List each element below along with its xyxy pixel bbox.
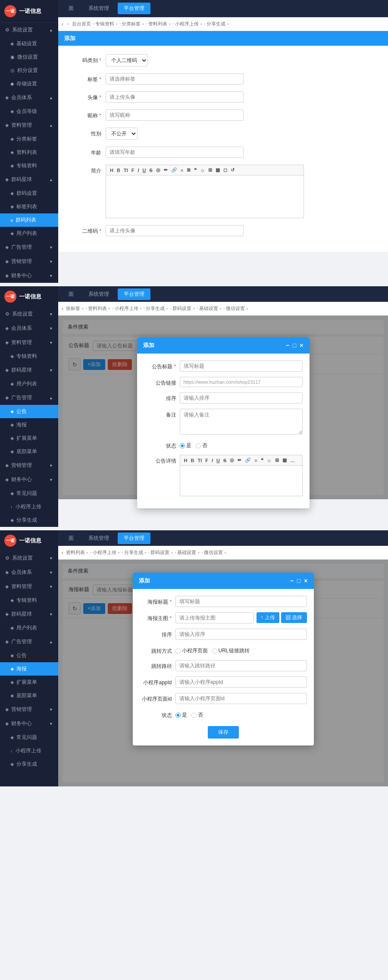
sidebar-item-album-1[interactable]: ◈专辑资料: [0, 159, 58, 172]
input-gender[interactable]: 不公开: [106, 128, 138, 140]
rte2-b[interactable]: B: [189, 457, 196, 464]
modal-expand-2[interactable]: □: [293, 342, 296, 349]
topnav-platform-2[interactable]: 平台管理: [118, 288, 150, 300]
rte-grid[interactable]: ▦: [214, 166, 222, 174]
rte-area-2[interactable]: [180, 466, 302, 496]
input-codetype[interactable]: 个人二维码: [106, 54, 148, 66]
rte-f[interactable]: F: [130, 167, 136, 174]
sidebar-item-finance-3[interactable]: ◈财务中心 ▼: [0, 717, 58, 731]
topnav-platform-1[interactable]: 平台管理: [118, 3, 150, 14]
bc-datalist-3[interactable]: 资料列表 ×: [66, 549, 88, 556]
topnav-home-3[interactable]: 面: [63, 532, 80, 544]
bc-share-1[interactable]: 分享生成 ×: [207, 21, 229, 27]
sidebar-item-system-settings-1[interactable]: ⚙系统设置 ▲: [0, 23, 58, 37]
sidebar-item-qr-list-1[interactable]: ≡群码列表: [0, 213, 58, 227]
rte-emoji[interactable]: ☺: [198, 167, 207, 174]
sidebar-item-notice-2[interactable]: ◈公告: [0, 405, 58, 418]
sidebar-item-miniupload-2[interactable]: ↑小程序上传: [0, 500, 58, 513]
rte-center[interactable]: ≣: [185, 166, 192, 174]
bc-wechat-3[interactable]: 微信设置 ×: [204, 549, 226, 556]
rte2-s[interactable]: S: [222, 457, 228, 464]
sidebar-item-qrcode-1[interactable]: ◈群码星球 ▲: [0, 172, 58, 187]
input-nickname[interactable]: [106, 110, 244, 121]
sidebar-item-share-2[interactable]: ◈分享生成: [0, 513, 58, 527]
rte2-link[interactable]: 🔗: [243, 457, 253, 464]
radio-miniapp-3[interactable]: 小程序页面: [175, 647, 208, 654]
sidebar-item-extmenu-2[interactable]: ◈扩展菜单: [0, 432, 58, 445]
topnav-system-2[interactable]: 系统管理: [82, 288, 115, 300]
radio-no-2[interactable]: 否: [196, 442, 207, 449]
bc-miniupload-1[interactable]: 小程序上传 ×: [175, 21, 202, 27]
input-qrcode[interactable]: [106, 225, 244, 236]
sidebar-item-poster-3[interactable]: ◈海报: [0, 662, 58, 676]
rte2-i[interactable]: I: [210, 457, 215, 464]
sidebar-item-ads-3[interactable]: ◈广告管理 ▲: [0, 635, 58, 649]
topnav-home-2[interactable]: 面: [63, 288, 80, 300]
sidebar-item-datamgmt-2[interactable]: ◈资料管理 ▼: [0, 335, 58, 350]
rte2-f[interactable]: F: [203, 457, 210, 464]
bc-stlabel-2[interactable]: 状标签 ×: [66, 305, 84, 312]
sidebar-item-sys-2[interactable]: ⚙系统设置 ▼: [0, 307, 58, 321]
rte2-more[interactable]: …: [288, 457, 297, 464]
bc-wechat-2[interactable]: 微信设置 ×: [226, 305, 248, 312]
sidebar-item-tag-list-1[interactable]: ◈标签列表: [0, 200, 58, 213]
breadcrumb-arrow-2[interactable]: ‹: [62, 306, 63, 312]
topnav-system-1[interactable]: 系统管理: [82, 3, 115, 14]
modal-input-sort-3[interactable]: [175, 629, 307, 640]
bc-catlabel-1[interactable]: 分类标签 ×: [122, 21, 144, 27]
input-age[interactable]: [106, 147, 244, 158]
rte-undo[interactable]: ↺: [229, 166, 236, 174]
radio-yes-2[interactable]: 是: [180, 442, 191, 449]
rte-b[interactable]: B: [115, 167, 122, 174]
modal-input-pimage-3[interactable]: [175, 612, 254, 623]
rte2-media[interactable]: ▦: [281, 457, 288, 464]
sidebar-item-member-level-1[interactable]: ◈会员等级: [0, 105, 58, 118]
rte-box[interactable]: ◻: [222, 166, 229, 174]
choose-btn-3[interactable]: ▦ 选择: [281, 612, 307, 623]
sidebar-item-ads-1[interactable]: ◈广告管理 ▼: [0, 240, 58, 254]
bc-basicsettings-3[interactable]: 基础设置 ×: [177, 549, 200, 556]
rte-table[interactable]: ⊞: [207, 166, 214, 174]
sidebar-item-member-1[interactable]: ◈会员体系 ▲: [0, 91, 58, 105]
rte-ti[interactable]: TI: [122, 167, 130, 174]
modal-input-appid-3[interactable]: [175, 676, 307, 688]
rte2-edit[interactable]: ✏: [236, 457, 243, 464]
sidebar-item-userlist-3[interactable]: ◈用户列表: [0, 621, 58, 635]
sidebar-item-sys-3[interactable]: ⚙系统设置 ▼: [0, 551, 58, 565]
sidebar-item-wechat-1[interactable]: ◉微信设置: [0, 50, 58, 64]
rte-area-bio[interactable]: [106, 175, 304, 218]
sidebar-item-member-3[interactable]: ◈会员体系 ▼: [0, 565, 58, 579]
rte-h[interactable]: H: [108, 167, 115, 174]
sidebar-item-album-2[interactable]: ◈专辑资料: [0, 350, 58, 363]
bc-home-1[interactable]: ← 后台首页: [66, 21, 91, 27]
sidebar-item-poster-2[interactable]: ◈海报: [0, 418, 58, 432]
bc-share-3[interactable]: 分享生成 ×: [124, 549, 147, 556]
modal-close-3[interactable]: ×: [304, 577, 307, 584]
bc-miniupload-3[interactable]: 小程序上传 ×: [93, 549, 120, 556]
upload-btn-3[interactable]: ↑ 上传: [257, 612, 279, 623]
rte2-table[interactable]: ⊞: [273, 457, 281, 464]
modal-minimize-2[interactable]: −: [286, 342, 289, 349]
bc-share-2[interactable]: 分享生成 ×: [146, 305, 168, 312]
radio-no-3[interactable]: 否: [191, 711, 203, 719]
rte-i[interactable]: I: [136, 167, 141, 174]
sidebar-item-points-1[interactable]: ◎积分设置: [0, 64, 58, 77]
sidebar-item-member-2[interactable]: ◈会员体系 ▼: [0, 321, 58, 335]
breadcrumb-arrow-3[interactable]: ‹: [62, 550, 63, 556]
modal-input-jumppath-3[interactable]: [175, 660, 307, 671]
modal-input-link-2[interactable]: [180, 377, 303, 387]
sidebar-item-faq-2[interactable]: ◈常见问题: [0, 487, 58, 500]
input-tag[interactable]: [106, 73, 244, 85]
modal-input-title-2[interactable]: [180, 360, 303, 372]
bc-qrsettings-3[interactable]: 群码设置 ×: [150, 549, 173, 556]
bc-basicsettings-2[interactable]: 基础设置 ×: [199, 305, 222, 312]
sidebar-item-finance-1[interactable]: ◈财务中心 ▼: [0, 269, 58, 283]
sidebar-item-finance-2[interactable]: ◈财务中心 ▼: [0, 473, 58, 487]
sidebar-item-faq-3[interactable]: ◈常见问题: [0, 731, 58, 744]
sidebar-item-qr-2[interactable]: ◈群码星球 ▼: [0, 363, 58, 377]
sidebar-item-notice-3[interactable]: ◈公告: [0, 649, 58, 662]
sidebar-item-user-list-1[interactable]: ◈用户列表: [0, 227, 58, 240]
rte2-emoji[interactable]: ☺: [265, 457, 273, 464]
rte2-quote[interactable]: ❝: [259, 457, 265, 464]
modal-input-ptitle-3[interactable]: [175, 596, 307, 607]
